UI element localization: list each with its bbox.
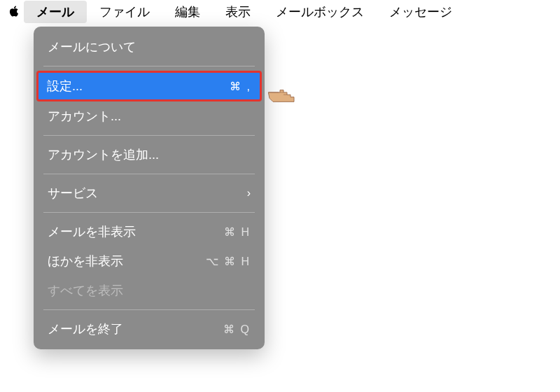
chevron-right-icon: › [247, 187, 251, 200]
menubar-item-mail[interactable]: メール [24, 1, 87, 23]
menubar-item-label: 表示 [225, 5, 251, 19]
menubar-item-file[interactable]: ファイル [87, 1, 162, 23]
menu-item-add-account[interactable]: アカウントを追加... [38, 140, 260, 169]
menu-item-label: メールを非表示 [48, 223, 136, 240]
menu-item-label: ほかを非表示 [48, 253, 123, 270]
menubar: メール ファイル 編集 表示 メールボックス メッセージ [0, 0, 560, 24]
menu-item-show-all: すべてを表示 [38, 276, 260, 305]
menubar-item-view[interactable]: 表示 [213, 1, 263, 23]
menu-item-label: すべてを表示 [48, 282, 123, 299]
menu-item-label: メールを終了 [48, 321, 123, 337]
menubar-item-label: 編集 [175, 5, 200, 19]
menu-item-label: アカウント... [48, 108, 121, 125]
menu-item-label: メールについて [48, 38, 136, 55]
menu-item-accounts[interactable]: アカウント... [38, 102, 260, 131]
menu-item-about[interactable]: メールについて [38, 32, 260, 62]
menu-separator [43, 66, 255, 66]
menu-item-hide-others[interactable]: ほかを非表示 ⌥ ⌘ H [38, 246, 260, 276]
menubar-item-mailbox[interactable]: メールボックス [263, 1, 377, 23]
pointing-hand-icon [266, 85, 301, 108]
menu-item-hide-mail[interactable]: メールを非表示 ⌘ H [38, 217, 260, 246]
menu-item-shortcut: ⌘ H [224, 225, 251, 239]
menu-item-label: 設定... [47, 78, 83, 94]
menu-item-settings[interactable]: 設定... ⌘ , [36, 71, 262, 102]
menubar-item-message[interactable]: メッセージ [377, 1, 465, 23]
apple-menu-icon[interactable] [4, 5, 24, 19]
mail-menu-dropdown: メールについて 設定... ⌘ , アカウント... アカウントを追加... サ… [34, 27, 265, 349]
menu-separator [43, 174, 255, 174]
menu-separator [43, 212, 255, 213]
menubar-item-edit[interactable]: 編集 [162, 1, 213, 23]
menubar-item-label: ファイル [99, 5, 150, 19]
menu-item-services[interactable]: サービス › [38, 178, 260, 208]
menubar-item-label: メッセージ [389, 5, 452, 19]
menu-item-quit[interactable]: メールを終了 ⌘ Q [38, 314, 260, 344]
menu-separator [43, 135, 255, 136]
menu-item-label: サービス [48, 185, 98, 202]
menubar-item-label: メール [36, 5, 74, 19]
menu-item-label: アカウントを追加... [48, 146, 159, 163]
menu-item-shortcut: ⌘ , [230, 80, 251, 93]
menu-item-shortcut: ⌘ Q [223, 323, 251, 336]
menubar-item-label: メールボックス [276, 5, 364, 19]
menu-item-shortcut: ⌥ ⌘ H [206, 255, 251, 268]
menu-separator [43, 309, 255, 310]
